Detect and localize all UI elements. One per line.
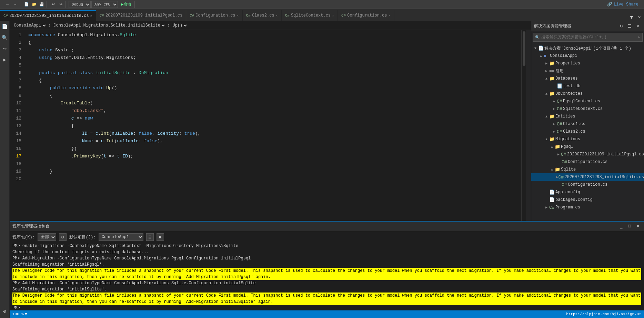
tab-bar-actions: ▼ ✕	[628, 14, 644, 21]
tree-item-sqlite-folder[interactable]: ▲ 📁 Sqlite	[531, 166, 644, 173]
tree-item-project[interactable]: ▲ ■ ConsoleApp1	[531, 52, 644, 60]
sidebar-debug-icon[interactable]: ▶	[1, 55, 9, 64]
redo-button[interactable]: ↪	[57, 1, 64, 8]
tab-label: 202007201231293_initialSqlite.cs	[9, 13, 89, 18]
tree-label-testdb: test.db	[563, 84, 580, 89]
close-panel-button[interactable]: ✕	[634, 223, 641, 230]
tree-item-class2[interactable]: ▶ C# Class2.cs	[531, 128, 644, 135]
pm-list-button[interactable]: ☰	[146, 233, 154, 241]
tree-arrow-databases: ▲	[544, 77, 549, 81]
pm-settings-button[interactable]: ⚙	[59, 233, 67, 241]
tree-item-properties[interactable]: ▶ 📁 Properties	[531, 60, 644, 67]
status-zoom: 100 % ▼	[12, 312, 27, 316]
tree-item-pgsql-folder[interactable]: ▲ 📁 Pgsql	[531, 143, 644, 151]
se-sync-button[interactable]: ↻	[618, 23, 625, 30]
tree-arrow-project: ▲	[538, 54, 544, 58]
maximize-panel-button[interactable]: ☐	[626, 223, 633, 230]
sidebar-tools-icon[interactable]: ⚙	[1, 307, 9, 315]
debug-config-select[interactable]: Debug	[69, 1, 91, 8]
code-line	[27, 175, 521, 183]
se-search-submit[interactable]: ➤	[638, 35, 640, 40]
tree-item-entities[interactable]: ▲ 📁 Entities	[531, 113, 644, 120]
undo-button[interactable]: ↩	[50, 1, 57, 8]
live-share-button[interactable]: 🔗 Live Share	[604, 1, 641, 8]
tab-list-button[interactable]: ▼	[628, 14, 635, 21]
tree-item-sqlite-config[interactable]: ▶ C# Configuration.cs	[531, 181, 644, 188]
breadcrumb: ConsoleApp1 ❯ ConsoleApp1.Migrations.Sql…	[10, 21, 531, 30]
se-close-button[interactable]: ✕	[634, 23, 641, 30]
package-source-select[interactable]: 全部	[38, 233, 56, 241]
tab-close[interactable]: ✕	[332, 13, 334, 18]
zoom-dropdown-icon[interactable]: ▼	[25, 312, 27, 316]
code-content[interactable]: ​=namespace ConsoleApp1.Migrations.Sqlit…	[27, 30, 521, 221]
code-editor[interactable]: 1 2 3 4 5 6 7 8 9 10 11 12 13 14	[10, 30, 531, 221]
tab-close[interactable]: ✕	[276, 13, 278, 18]
tab-close[interactable]: ✕	[90, 14, 92, 18]
tree-label-appconfig: App.config	[555, 190, 580, 195]
sidebar-search-icon[interactable]: 🔍	[1, 33, 9, 42]
tree-item-packagesconfig[interactable]: ▶ 📄 packages.config	[531, 196, 644, 204]
tab-config2[interactable]: C# Configuration.cs ✕	[338, 10, 394, 21]
open-file-button[interactable]: 📁	[31, 1, 38, 8]
top-toolbar: ← → 📄 📁 💾 ↩ ↪ Debug Any CPU ▶ 启动 🔗 Live …	[0, 0, 644, 9]
cpu-config-select[interactable]: Any CPU	[91, 1, 118, 8]
tree-label-solution: 解决方案'ConsoleApp1'(1个项目/共 1 个)	[544, 45, 631, 51]
tree-item-program[interactable]: ▶ C# Program.cs	[531, 204, 644, 211]
terminal-line: PM> Add-Migration -ConfigurationTypeName…	[12, 255, 641, 261]
tree-item-databases[interactable]: ▲ 📁 Databases	[531, 75, 644, 82]
breadcrumb-namespace-select[interactable]: ConsoleApp1.Migrations.Sqlite.initialSql…	[52, 23, 166, 28]
se-filter-button[interactable]: ☰	[626, 23, 633, 30]
terminal-output[interactable]: PM> enable-migrations -ContextTypeName S…	[12, 243, 641, 309]
tab-sqlitecontext[interactable]: C# SqliteContext.cs ✕	[282, 10, 338, 21]
new-tab-button[interactable]: ✕	[636, 14, 643, 21]
editor-scrollbar[interactable]	[521, 30, 526, 221]
back-button[interactable]: ←	[4, 1, 11, 8]
sidebar-git-icon[interactable]: ⥊	[1, 44, 9, 53]
save-button[interactable]: 💾	[38, 1, 45, 8]
tree-label-class1: Class1.cs	[563, 122, 585, 126]
tree-icon-entities: 📁	[549, 114, 555, 119]
default-project-select[interactable]: ConsoleApp1	[99, 233, 143, 241]
new-file-button[interactable]: 📄	[23, 1, 30, 8]
breadcrumb-project-select[interactable]: ConsoleApp1	[12, 23, 47, 28]
tree-item-testdb[interactable]: ▶ 📃 test.db	[531, 82, 644, 90]
tree-item-sqlite-migration[interactable]: ▶ C# 202007201231293_initialSqlite.cs	[531, 173, 644, 181]
tree-icon-migrations: 📁	[549, 136, 555, 142]
line-numbers: 1 2 3 4 5 6 7 8 9 10 11 12 13 14	[10, 30, 27, 221]
tab-class2[interactable]: C# Class2.cs ✕	[243, 10, 282, 21]
tab-pgsql[interactable]: C# 202007201231109_initialPgsql.cs	[96, 10, 186, 21]
start-button[interactable]: ▶ 启动	[119, 1, 133, 8]
tree-item-class1[interactable]: ▶ C# Class1.cs	[531, 120, 644, 128]
tab-config1[interactable]: C# Configuration.cs ✕	[186, 10, 242, 21]
tab-close[interactable]: ✕	[389, 13, 391, 18]
se-search-box[interactable]: 🔍 ➤	[533, 33, 643, 42]
code-line	[27, 160, 521, 168]
tree-item-solution[interactable]: ▼ 📄 解决方案'ConsoleApp1'(1个项目/共 1 个)	[531, 44, 644, 52]
tree-item-pgsql-config[interactable]: ▶ C# Configuration.cs	[531, 158, 644, 166]
minimize-panel-button[interactable]: ⎯	[618, 223, 625, 230]
breadcrumb-method-select[interactable]: Up()	[171, 23, 188, 28]
tree-item-references[interactable]: ▶ ■■ 引用	[531, 67, 644, 75]
tab-sqlite[interactable]: C# 202007201231293_initialSqlite.cs ✕	[0, 10, 96, 21]
tree-arrow-sqlite-folder: ▲	[549, 168, 555, 172]
editor-area: ConsoleApp1 ❯ ConsoleApp1.Migrations.Sql…	[10, 21, 531, 221]
tree-item-dbcontextes[interactable]: ▲ 📁 DbContextes	[531, 90, 644, 98]
package-source-label: 程序包(K):	[12, 234, 35, 240]
tree-label-class2: Class2.cs	[563, 129, 585, 134]
tree-label-sqlitecontext: SqliteContext.cs	[563, 106, 603, 111]
code-line: {	[27, 77, 521, 84]
pm-stop-button[interactable]: ■	[157, 233, 164, 241]
tree-item-sqlitecontext[interactable]: ▶ C# SqliteContext.cs	[531, 105, 644, 113]
sidebar-explorer-icon[interactable]: 📄	[1, 22, 9, 31]
tree-item-pgsqlcontext[interactable]: ▶ C# PgsqlContext.cs	[531, 98, 644, 105]
code-line: ​=namespace ConsoleApp1.Migrations.Sqlit…	[27, 31, 521, 39]
tree-item-migrations[interactable]: ▲ 📁 Migrations	[531, 135, 644, 143]
tree-item-appconfig[interactable]: ▶ 📄 App.config	[531, 188, 644, 196]
se-search-input[interactable]	[541, 35, 636, 40]
forward-button[interactable]: →	[12, 1, 19, 8]
tab-close[interactable]: ✕	[237, 13, 239, 18]
default-project-label: 默认项目(J):	[69, 234, 96, 240]
tree-item-pgsql-migration[interactable]: ▶ C# 202007201231109_initialPgsql.cs	[531, 151, 644, 158]
tab-icon: C#	[3, 14, 8, 18]
tab-icon: C#	[100, 13, 104, 18]
